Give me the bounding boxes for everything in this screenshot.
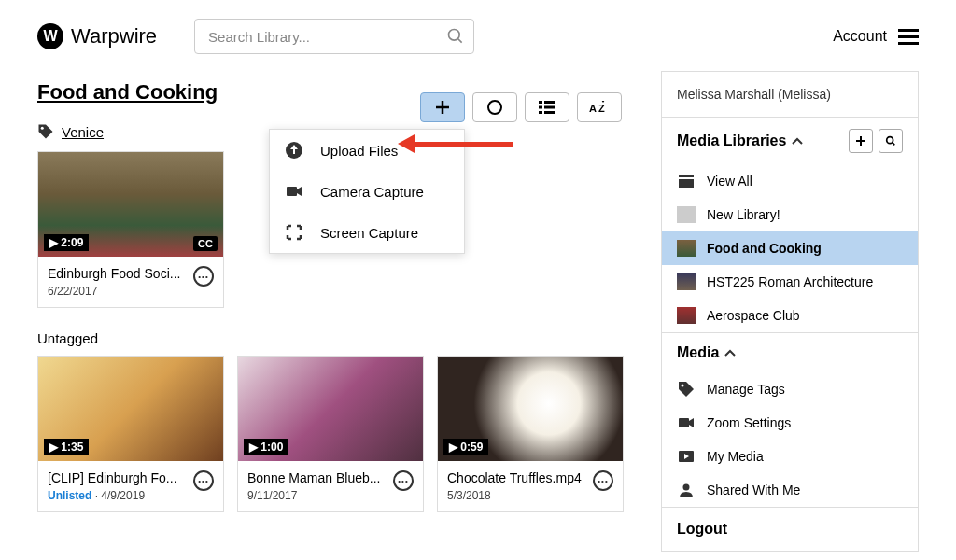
svg-rect-6 — [544, 101, 555, 104]
svg-rect-29 — [287, 187, 297, 196]
more-button[interactable] — [193, 266, 214, 287]
duration-badge: ▶ 1:00 — [244, 439, 288, 455]
video-thumbnail[interactable]: ▶ 2:09CC — [38, 152, 223, 257]
video-card[interactable]: ▶ 1:35[CLIP] Edinburgh Fo...Unlisted · 4… — [37, 356, 224, 512]
svg-text:Z: Z — [598, 103, 605, 114]
svg-line-1 — [458, 39, 462, 43]
svg-rect-8 — [544, 106, 555, 109]
video-thumbnail[interactable]: ▶ 1:35 — [38, 357, 223, 461]
video-thumbnail[interactable]: ▶ 0:59 — [438, 357, 623, 461]
play-icon — [677, 448, 696, 465]
brand-logo[interactable]: W Warpwire — [37, 23, 157, 49]
library-thumb — [677, 307, 696, 324]
duration-badge: ▶ 2:09 — [44, 234, 89, 251]
libraries-heading[interactable]: Media Libraries — [677, 133, 786, 149]
record-button[interactable] — [472, 92, 517, 122]
logout-link[interactable]: Logout — [662, 508, 918, 551]
library-label: New Library! — [707, 207, 780, 222]
person-icon — [677, 482, 696, 498]
media-label: Shared With Me — [707, 483, 800, 497]
sidebar-media-item[interactable]: Manage Tags — [662, 372, 918, 406]
video-card[interactable]: ▶ 2:09CCEdinburgh Food Soci...6/22/2017 — [37, 151, 224, 308]
tag-venice[interactable]: Venice — [62, 124, 104, 140]
video-card[interactable]: ▶ 1:00Bonne Maman Blueb...9/11/2017 — [237, 356, 424, 512]
video-meta: Unlisted · 4/9/2019 — [48, 489, 188, 502]
brand-name: Warpwire — [71, 24, 157, 49]
dropdown-item-camera[interactable]: Camera Capture — [270, 171, 464, 212]
svg-marker-23 — [689, 418, 694, 427]
library-label: HST225 Roman Architecture — [707, 274, 873, 289]
media-label: My Media — [707, 449, 764, 464]
video-thumbnail[interactable]: ▶ 1:00 — [238, 357, 423, 461]
video-card[interactable]: ▶ 0:59Chocolate Truffles.mp45/3/2018 — [437, 356, 624, 512]
svg-point-14 — [41, 127, 44, 130]
sidebar-library-item[interactable]: Aerospace Club — [662, 299, 918, 332]
dropdown-label: Camera Capture — [320, 184, 424, 200]
sidebar-media-item[interactable]: Shared With Me — [662, 473, 918, 507]
list-icon — [539, 101, 555, 114]
svg-marker-30 — [297, 187, 302, 196]
current-user: Melissa Marshall (Melissa) — [662, 72, 918, 117]
camera-icon — [677, 414, 696, 431]
more-button[interactable] — [593, 470, 613, 491]
library-label: Food and Cooking — [707, 241, 822, 256]
cc-badge: CC — [193, 236, 218, 251]
dropdown-label: Upload Files — [320, 143, 398, 159]
svg-rect-20 — [679, 179, 694, 188]
more-button[interactable] — [193, 470, 214, 491]
video-title: Bonne Maman Blueb... — [247, 470, 387, 485]
sidebar-media-item[interactable]: Zoom Settings — [662, 406, 918, 440]
media-label: Zoom Settings — [707, 415, 791, 430]
tag-icon — [677, 381, 696, 398]
plus-icon — [855, 135, 866, 147]
sidebar-library-item[interactable]: Food and Cooking — [662, 231, 918, 265]
video-meta: 9/11/2017 — [247, 489, 387, 502]
screen-icon — [285, 223, 303, 242]
svg-rect-19 — [679, 175, 694, 177]
account-link[interactable]: Account — [833, 28, 887, 45]
search-input[interactable] — [194, 19, 474, 54]
media-label: Manage Tags — [707, 382, 785, 397]
add-library-button[interactable] — [849, 129, 873, 153]
sidebar-library-item[interactable]: New Library! — [662, 198, 918, 231]
svg-rect-5 — [539, 101, 542, 104]
menu-icon[interactable] — [898, 29, 919, 45]
duration-badge: ▶ 1:35 — [44, 439, 89, 455]
library-thumb — [677, 273, 696, 290]
library-label: Aerospace Club — [707, 308, 800, 323]
media-heading[interactable]: Media — [677, 344, 719, 361]
sidebar-library-item[interactable]: View All — [662, 164, 918, 198]
dropdown-label: Screen Capture — [320, 225, 418, 241]
video-title: Edinburgh Food Soci... — [48, 266, 188, 281]
tag-icon — [37, 123, 54, 140]
duration-badge: ▶ 0:59 — [443, 439, 488, 455]
sort-button[interactable]: AZ — [577, 92, 622, 122]
video-title: [CLIP] Edinburgh Fo... — [48, 470, 188, 485]
search-library-button[interactable] — [879, 129, 903, 153]
svg-point-26 — [683, 484, 690, 491]
video-title: Chocolate Truffles.mp4 — [447, 470, 587, 485]
more-button[interactable] — [393, 470, 414, 491]
plus-icon — [434, 99, 451, 116]
svg-point-4 — [488, 101, 501, 114]
dropdown-item-screen[interactable]: Screen Capture — [270, 212, 464, 253]
svg-rect-22 — [679, 418, 689, 427]
video-meta: 6/22/2017 — [48, 285, 188, 298]
dropdown-item-upload[interactable]: Upload Files — [270, 130, 464, 171]
list-view-button[interactable] — [525, 92, 569, 122]
upload-icon — [285, 141, 303, 160]
svg-point-0 — [449, 30, 460, 41]
svg-rect-7 — [539, 106, 542, 109]
annotation-arrow — [411, 142, 513, 147]
circle-icon — [486, 99, 503, 116]
sort-az-icon: AZ — [589, 101, 610, 114]
chevron-up-icon — [792, 137, 803, 145]
sidebar-media-item[interactable]: My Media — [662, 440, 918, 473]
search-icon[interactable] — [446, 27, 465, 46]
camera-icon — [285, 182, 303, 201]
library-thumb — [677, 240, 696, 257]
sidebar-library-item[interactable]: HST225 Roman Architecture — [662, 265, 918, 299]
library-thumb — [677, 206, 696, 223]
chevron-up-icon — [724, 349, 736, 357]
add-button[interactable] — [420, 92, 465, 122]
